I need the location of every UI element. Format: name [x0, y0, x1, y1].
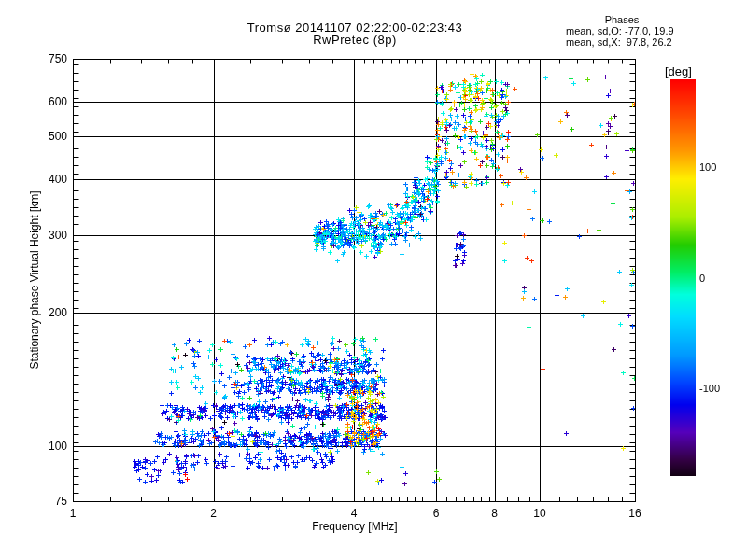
- y-tick-label: 600: [37, 95, 67, 108]
- x-tick-label: 6: [422, 507, 450, 520]
- x-tick-label: 16: [621, 507, 649, 520]
- y-tick-label: 100: [37, 440, 67, 453]
- ionogram-screen: Tromsø 20141107 02:22:00-02:23:43 RwPret…: [0, 0, 747, 560]
- x-tick-label: 10: [526, 507, 554, 520]
- x-tick-label: 2: [200, 507, 228, 520]
- phase-stats-block: Phases mean, sd,O: -77.0, 19.9 mean, sd,…: [566, 14, 706, 48]
- scatter-plot-canvas: [0, 0, 747, 560]
- y-tick-label: 200: [37, 306, 67, 319]
- x-tick-label: 8: [481, 507, 509, 520]
- colorbar-unit-label: [deg]: [665, 64, 692, 78]
- phase-stats-x-mode: mean, sd,X: 97.8, 26.2: [566, 36, 706, 48]
- y-tick-label: 400: [37, 173, 67, 186]
- y-axis-label: Stationary phase Virtual Height [km]: [28, 190, 41, 369]
- y-tick-label: 75: [37, 495, 67, 508]
- y-tick-label: 500: [37, 130, 67, 143]
- page-subtitle: RwPretec (8p): [75, 33, 635, 47]
- phase-stats-title: Phases: [566, 14, 678, 25]
- x-tick-label: 4: [340, 507, 368, 520]
- y-tick-label: 300: [37, 229, 67, 242]
- y-tick-label: 750: [37, 52, 67, 65]
- colorbar-tick-label: -100: [699, 383, 720, 394]
- colorbar-tick-label: 0: [699, 273, 705, 284]
- colorbar-tick-label: 100: [699, 161, 716, 173]
- phase-stats-o-mode: mean, sd,O: -77.0, 19.9: [566, 25, 706, 36]
- x-tick-label: 1: [59, 507, 87, 520]
- x-axis-label: Frequency [MHz]: [75, 520, 635, 533]
